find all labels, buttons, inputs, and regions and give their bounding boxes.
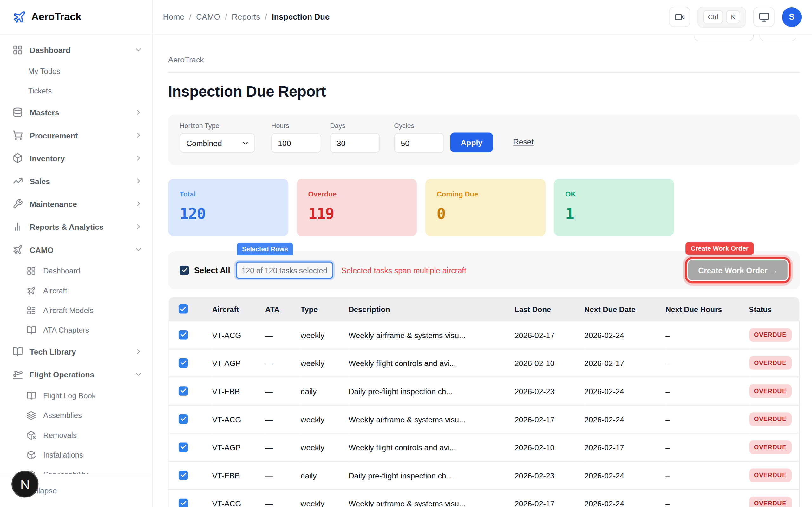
row-checkbox[interactable] <box>179 330 188 340</box>
sidebar-item-tickets[interactable]: Tickets <box>0 81 152 101</box>
cell-type: weekly <box>301 321 349 349</box>
cell-type: weekly <box>301 405 349 433</box>
cycles-input[interactable] <box>394 133 444 153</box>
sidebar-item-label: Flight Log Book <box>43 392 142 400</box>
table-row[interactable]: VT-AGP—weeklyWeekly flight controls and … <box>168 349 800 377</box>
sidebar-item-tech-library[interactable]: Tech Library <box>0 340 152 363</box>
sidebar-item-installations[interactable]: Installations <box>0 445 152 465</box>
cell-status: OVERDUE <box>749 433 800 461</box>
cell-type: weekly <box>301 349 349 377</box>
scrolled-button-outline[interactable] <box>759 34 797 41</box>
create-work-order-button[interactable]: Create Work Order → <box>688 260 787 280</box>
cell-status: OVERDUE <box>749 489 800 507</box>
table-header: AircraftATATypeDescriptionLast DoneNext … <box>168 297 800 321</box>
sidebar-item-label: My Todos <box>28 67 143 75</box>
cell-next-due-hours: – <box>665 405 749 433</box>
annotation-selected-rows: Selected Rows <box>237 243 293 255</box>
table-row[interactable]: VT-ACG—weeklyWeekly airframe & systems v… <box>168 405 800 433</box>
sidebar-item-masters[interactable]: Masters <box>0 101 152 124</box>
selection-warning: Selected tasks span multiple aircraft <box>341 266 466 275</box>
sidebar-item-reports-analytics[interactable]: Reports & Analytics <box>0 215 152 238</box>
sidebar-item-label: ATA Chapters <box>43 326 142 334</box>
breadcrumb-camo[interactable]: CAMO <box>196 12 220 22</box>
status-badge: OVERDUE <box>749 441 792 454</box>
sidebar-item-flight-operations[interactable]: Flight Operations <box>0 363 152 386</box>
screen-record-button[interactable] <box>669 7 690 27</box>
row-checkbox[interactable] <box>179 358 188 368</box>
cell-description: Weekly flight controls and avi... <box>349 433 514 461</box>
breadcrumb-separator: / <box>189 12 191 22</box>
row-checkbox[interactable] <box>179 470 188 480</box>
layout-grid-icon <box>12 45 23 55</box>
sidebar-item-label: Sales <box>30 176 128 185</box>
hours-input[interactable] <box>271 133 321 153</box>
cell-ata: — <box>265 405 301 433</box>
sidebar-item-aircraft-models[interactable]: Aircraft Models <box>0 301 152 320</box>
sidebar-item-label: Removals <box>43 431 142 439</box>
sidebar-item-dashboard[interactable]: Dashboard <box>0 261 152 281</box>
reset-link[interactable]: Reset <box>513 137 534 146</box>
status-badge: OVERDUE <box>749 384 792 398</box>
sidebar-item-label: Dashboard <box>30 46 128 55</box>
cell-description: Weekly airframe & systems visu... <box>349 405 514 433</box>
sidebar-item-assemblies[interactable]: Assemblies <box>0 406 152 425</box>
table-row[interactable]: VT-EBB—dailyDaily pre-flight inspection … <box>168 377 800 405</box>
table-row[interactable]: VT-AGP—weeklyWeekly flight controls and … <box>168 433 800 461</box>
row-checkbox[interactable] <box>179 442 188 452</box>
sidebar-item-dashboard[interactable]: Dashboard <box>0 38 152 61</box>
card-label: OK <box>565 190 674 199</box>
sidebar-item-ata-chapters[interactable]: ATA Chapters <box>0 320 152 340</box>
breadcrumb-home[interactable]: Home <box>163 12 185 22</box>
row-checkbox[interactable] <box>179 414 188 424</box>
scrolled-button-outline[interactable] <box>694 34 754 41</box>
cell-aircraft: VT-EBB <box>212 377 265 405</box>
table-row[interactable]: VT-EBB—dailyDaily pre-flight inspection … <box>168 461 800 490</box>
sidebar-item-flight-log-book[interactable]: Flight Log Book <box>0 386 152 406</box>
package-check-icon <box>26 450 37 460</box>
sidebar-item-label: Tech Library <box>30 347 128 356</box>
chevron-right-icon <box>134 200 142 208</box>
horizon-type-select[interactable]: Combined <box>180 133 255 153</box>
breadcrumb-reports[interactable]: Reports <box>232 12 260 22</box>
apply-button[interactable]: Apply <box>450 132 493 152</box>
sidebar-item-removals[interactable]: Removals <box>0 425 152 445</box>
user-avatar[interactable]: S <box>782 7 802 26</box>
cell-status: OVERDUE <box>749 321 800 349</box>
cell-description: Daily pre-flight inspection ch... <box>349 461 514 490</box>
row-checkbox[interactable] <box>179 498 188 507</box>
selection-section: Selected Rows Create Work Order Select A… <box>168 251 800 289</box>
sidebar-item-label: Aircraft Models <box>43 306 142 315</box>
sidebar-item-procurement[interactable]: Procurement <box>0 124 152 147</box>
cell-last-done: 2026-02-23 <box>514 461 584 490</box>
days-input[interactable] <box>330 133 380 153</box>
select-all-checkbox[interactable] <box>180 266 189 275</box>
sidebar-item-label: CAMO <box>30 245 128 254</box>
sidebar-item-sales[interactable]: Sales <box>0 170 152 192</box>
chevron-right-icon <box>134 154 142 162</box>
command-palette-button[interactable]: Ctrl K <box>698 7 746 27</box>
row-checkbox[interactable] <box>179 386 188 396</box>
sidebar: AeroTrack DashboardMy TodosTicketsMaster… <box>0 0 153 507</box>
card-label: Total <box>180 190 288 199</box>
cell-aircraft: VT-EBB <box>212 461 265 490</box>
video-icon <box>674 12 685 22</box>
table-row[interactable]: VT-ACG—weeklyWeekly airframe & systems v… <box>168 321 800 349</box>
layers-icon <box>26 411 37 420</box>
sidebar-item-maintenance[interactable]: Maintenance <box>0 192 152 215</box>
cell-next-due-date: 2026-02-24 <box>584 321 665 349</box>
sidebar-item-aircraft[interactable]: Aircraft <box>0 281 152 300</box>
header-checkbox[interactable] <box>178 304 188 314</box>
table-row[interactable]: VT-ACG—weeklyWeekly airframe & systems v… <box>168 489 800 507</box>
sidebar-item-camo[interactable]: CAMO <box>0 238 152 261</box>
card-label: Coming Due <box>437 190 546 199</box>
sidebar-item-my-todos[interactable]: My Todos <box>0 61 152 81</box>
page-title: Inspection Due Report <box>168 82 800 101</box>
cell-next-due-hours: – <box>665 433 749 461</box>
cell-status: OVERDUE <box>749 405 800 433</box>
display-mode-button[interactable] <box>753 7 774 27</box>
cell-next-due-hours: – <box>665 321 749 349</box>
sidebar-item-inventory[interactable]: Inventory <box>0 147 152 170</box>
app-root: AeroTrack DashboardMy TodosTicketsMaster… <box>0 0 812 507</box>
cell-last-done: 2026-02-17 <box>514 489 584 507</box>
devtools-badge[interactable]: N <box>11 470 38 498</box>
